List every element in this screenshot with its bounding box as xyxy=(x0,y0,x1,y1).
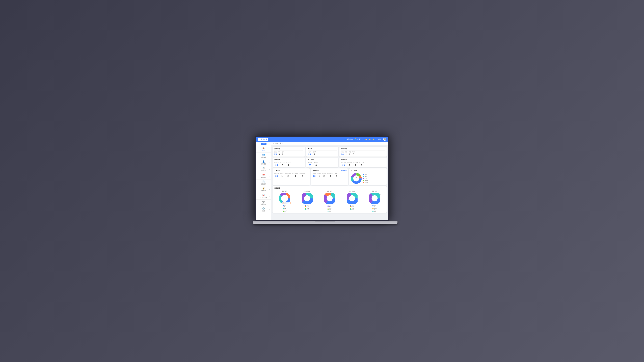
sidebar-item-org[interactable]: 👥 组织权限 ▼ xyxy=(256,153,271,159)
sidebar-item-train[interactable]: 💬 培训考试 ▼ xyxy=(256,200,271,206)
hr-management-title: 人事管理 xyxy=(274,169,308,172)
service-pie xyxy=(369,193,380,204)
app-body: HRM 🏠 首页 👥 组织权限 ▼ xyxy=(256,142,388,220)
employee-type-card: 员工类型 xyxy=(349,168,386,185)
department-pie xyxy=(347,193,358,204)
stat-talent-resign: 离职库 3 xyxy=(312,151,316,156)
breadcrumb: ☰ HRM / 首页 xyxy=(271,142,388,145)
employee-type-pie: 总数 13.5% xyxy=(351,173,362,184)
chevron-down-icon: ▼ xyxy=(269,209,270,210)
stat-probation: 试用 3 xyxy=(278,151,280,156)
row-3: 人事管理 待转到认 20 待转正 1 xyxy=(272,168,386,185)
education-chart: 学历分布 务员占比: xyxy=(274,190,295,212)
employee-status-card: 员工状态 正式 25 试用 3 xyxy=(272,147,305,157)
stat-absent: 旷工 0 xyxy=(352,151,355,156)
nav-portal[interactable]: 🏪 访储门户 xyxy=(355,138,363,140)
logo-area: ⬡ 万弓企服 xyxy=(258,138,268,141)
stats-row-2: 员工关怀 本周生日 25 本月生日 3 xyxy=(272,158,386,167)
stat-resigned: 离职 2 xyxy=(282,151,284,156)
view-all-link[interactable]: 查看全部 xyxy=(341,169,346,172)
sidebar-item-reward[interactable]: 📊 奖罚与考核 ▼ xyxy=(256,193,271,200)
nav-user[interactable]: 刘明明 xyxy=(377,138,381,140)
home-icon: 🏠 xyxy=(262,147,265,149)
employee-type-title: 员工类型 xyxy=(351,169,385,172)
contract-tracking-title: 合同追踪 xyxy=(341,159,385,161)
svg-text:13.5%: 13.5% xyxy=(355,178,358,179)
sidebar-item-salary[interactable]: 💰 薪酬管理 ▼ xyxy=(256,186,271,193)
main-content: ☰ HRM / 首页 员工状态 xyxy=(271,142,388,220)
leave-icon: 📄 xyxy=(262,180,265,183)
menu-hamburger-icon[interactable]: ☰ xyxy=(273,143,274,144)
employee-portrait-section: 员工画像 学历分布 xyxy=(272,186,386,213)
employee-status-title: 员工状态 xyxy=(274,148,304,150)
stat-formal: 正式 25 xyxy=(274,151,276,156)
chevron-down-icon: ▼ xyxy=(269,202,270,203)
portrait-charts-row: 学历分布 务员占比: xyxy=(274,190,385,212)
salary-icon: 💰 xyxy=(262,187,265,190)
employee-relations-title: 员工关怀 xyxy=(274,159,304,161)
age-pie xyxy=(324,193,335,204)
recruit-icon: 📋 xyxy=(262,167,265,169)
chevron-down-icon: ▼ xyxy=(269,182,270,183)
nav-bell[interactable]: 🔔 xyxy=(369,138,371,140)
sidebar-menu: 🏠 首页 👥 组织权限 ▼ 👤 员工管理 ▼ xyxy=(256,146,271,220)
nav-docs[interactable]: 📋 xyxy=(365,138,367,140)
service-chart: 司龄分布 ⓘ xyxy=(364,190,385,212)
gender-pie xyxy=(302,193,312,204)
employee-relations-card: 员工关怀 本周生日 25 本月生日 3 xyxy=(272,158,305,167)
stat-late: 平迟 2 xyxy=(349,151,351,156)
chevron-down-icon: ▼ xyxy=(269,169,270,170)
recruit-management-card: 招聘管理 查看全部 待初筛 20 xyxy=(311,168,348,185)
stats-row-1: 员工状态 正式 25 试用 3 xyxy=(272,147,386,157)
department-chart: 部门分布 Tom xyxy=(342,190,362,210)
org-icon: 👥 xyxy=(262,154,265,156)
attendance-icon: 📅 xyxy=(262,174,265,176)
chevron-down-icon: ▼ xyxy=(269,175,270,177)
hrm-badge: HRM xyxy=(260,143,266,145)
chevron-down-icon: ▼ xyxy=(269,162,270,163)
svg-text:总数: 总数 xyxy=(355,177,357,178)
sidebar-item-attendance[interactable]: 📅 考勤管理 ▼ xyxy=(256,173,271,179)
logo-text: 万弓企服 xyxy=(261,138,267,140)
sidebar-logo: HRM xyxy=(256,142,271,146)
employee-icon: 👤 xyxy=(262,160,265,163)
sidebar-item-home[interactable]: 🏠 首页 xyxy=(256,146,271,153)
train-icon: 💬 xyxy=(262,201,265,203)
sidebar: HRM 🏠 首页 👥 组织权限 ▼ xyxy=(256,142,271,220)
talent-pool-card: 人才库 入才库 25 离职库 3 xyxy=(306,147,338,157)
chevron-down-icon: ▼ xyxy=(269,189,270,190)
app-header: ⬡ 万弓企服 👥 全部在用 🏪 访储门户 📋 🔔 ⭐ 刘明明 xyxy=(256,137,388,142)
portrait-title: 员工画像 xyxy=(274,187,385,189)
avatar[interactable] xyxy=(383,138,386,141)
sidebar-item-recruit[interactable]: 📋 招聘中心 ▼ xyxy=(256,166,271,173)
reward-icon: 📊 xyxy=(262,194,265,196)
nav-star[interactable]: ⭐ xyxy=(373,138,375,140)
gender-chart: 性别分布 Tom xyxy=(297,190,318,210)
settings-icon: ⚙️ xyxy=(262,207,265,210)
talent-pool-title: 人才库 xyxy=(308,148,337,150)
age-chart: 年龄分布 xyxy=(319,190,340,212)
sidebar-item-leave[interactable]: 📄 假期管理 ▼ xyxy=(256,179,271,186)
stat-talent-in: 入才库 25 xyxy=(308,151,311,156)
contract-tracking-card: 合同追踪 本月签约 20 合同试验 1 xyxy=(340,158,386,167)
employee-safety-title: 员工安全 xyxy=(308,159,337,161)
dashboard: 员工状态 正式 25 试用 3 xyxy=(271,145,388,220)
header-nav: 👥 全部在用 🏪 访储门户 📋 🔔 ⭐ 刘明明 xyxy=(344,138,386,141)
sidebar-item-employee[interactable]: 👤 员工管理 ▼ xyxy=(256,159,271,166)
today-attendance-title: 今日考勤 xyxy=(341,148,385,150)
recruit-management-title: 招聘管理 查看全部 xyxy=(312,169,347,172)
employee-safety-card: 员工安全 资料缺失 25 资料临近 3 xyxy=(306,158,338,167)
stat-leave: 请假 1 xyxy=(345,151,347,156)
chevron-down-icon: ▼ xyxy=(269,155,270,157)
today-attendance-card: 今日考勤 出勤 20 请假 1 xyxy=(340,147,386,157)
nav-all-in-use[interactable]: 👥 全部在用 xyxy=(344,138,353,140)
chevron-down-icon: ▼ xyxy=(269,196,270,197)
sidebar-item-settings[interactable]: ⚙️ 设置 ▼ xyxy=(256,206,271,213)
hr-management-card: 人事管理 待转到认 20 待转正 1 xyxy=(272,168,310,185)
stat-attend: 出勤 20 xyxy=(341,151,344,156)
